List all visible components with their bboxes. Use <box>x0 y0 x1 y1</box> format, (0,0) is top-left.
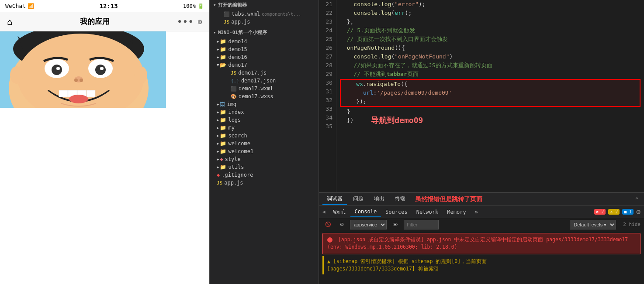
sub-tab-network[interactable]: Network <box>412 207 443 217</box>
opened-editors-label[interactable]: ▾ 打开的编辑器 <box>210 0 319 10</box>
battery-icon: 🔋 <box>197 3 204 9</box>
open-file-name-1: tabs.wxml <box>232 11 260 17</box>
opened-files-list: ⬛ tabs.wxml components\t... JS app.js <box>210 10 319 26</box>
arrow-right-icon-7: ▶ <box>217 126 219 130</box>
sub-tab-more[interactable]: » <box>471 207 482 217</box>
folder-icon-logs: 📁 <box>220 117 226 123</box>
line-num-33: 33 <box>322 105 332 113</box>
gitignore-icon: ◆ <box>217 172 220 178</box>
folder-icon-search: 📁 <box>220 133 226 139</box>
sub-tab-wxml[interactable]: Wxml <box>329 207 350 217</box>
folder-name-index: index <box>228 109 244 115</box>
line-num-22: 22 <box>322 9 332 17</box>
svg-rect-22 <box>87 90 95 97</box>
debug-tab-issues[interactable]: 问题 <box>349 193 368 205</box>
open-file-tabs-wxml[interactable]: ⬛ tabs.wxml components\t... <box>210 10 319 18</box>
file-app-js[interactable]: JS app.js <box>210 179 319 187</box>
file-demo17-json[interactable]: {.} demo17.json <box>210 77 319 85</box>
open-file-app-js[interactable]: JS app.js <box>210 18 319 26</box>
folder-demo17[interactable]: ▼ 📂 demo17 <box>210 61 319 69</box>
arrow-right-icon: ▶ <box>217 39 219 44</box>
debug-tab-output[interactable]: 输出 <box>370 193 389 205</box>
record-icon[interactable]: ⊙ <box>197 17 202 26</box>
code-area: 21 22 23 24 25 26 27 28 29 30 31 32 33 3… <box>319 0 644 192</box>
folder-img[interactable]: ▶ 🖼 img <box>210 100 319 108</box>
service-selector[interactable]: appservice <box>350 220 387 229</box>
debug-collapse-icon[interactable]: ⌃ <box>634 194 641 205</box>
line-num-31: 31 <box>322 87 332 96</box>
gear-icon[interactable]: ⚙ <box>636 208 641 216</box>
debug-tab-terminal[interactable]: 终端 <box>391 193 410 205</box>
folder-name-logs: logs <box>228 117 241 123</box>
json-icon-demo17: {.} <box>231 78 239 84</box>
levels-selector[interactable]: Default levels ▾ <box>570 220 616 229</box>
folder-demo15[interactable]: ▶ 📁 demo15 <box>210 45 319 53</box>
img-folder-icon: 🖼 <box>220 101 225 107</box>
file-gitignore[interactable]: ◆ .gitignore <box>210 171 319 179</box>
folder-my[interactable]: ▶ 📁 my <box>210 124 319 132</box>
arrow-right-icon-4: ▶ <box>217 102 219 106</box>
open-file-name-2: app.js <box>231 19 250 25</box>
appjs-icon: JS <box>217 180 222 186</box>
arrow-right-icon-2: ▶ <box>217 47 219 51</box>
folder-name-my: my <box>228 125 234 131</box>
console-back-btn[interactable]: ◀ <box>319 208 329 216</box>
debug-tab-debugger[interactable]: 调试器 <box>322 193 347 205</box>
code-line-35 <box>340 125 641 133</box>
folder-style[interactable]: ▶ ◆ style <box>210 155 319 163</box>
sub-tab-console[interactable]: Console <box>350 207 381 217</box>
line-num-30: 30 <box>322 79 332 87</box>
file-demo17-wxml[interactable]: ⬛ demo17.wxml <box>210 85 319 92</box>
project-label[interactable]: ▾ MINI-01第一个小程序 <box>210 27 319 38</box>
folder-name-utils: utils <box>228 164 244 170</box>
open-file-path-1: components\t... <box>262 12 301 17</box>
line-num-25: 25 <box>322 35 332 44</box>
sub-tab-memory[interactable]: Memory <box>443 207 470 217</box>
home-icon[interactable]: ⌂ <box>7 17 12 27</box>
more-dots[interactable]: ••• <box>177 17 194 26</box>
svg-point-24 <box>10 66 23 84</box>
code-line-27: console.log("onPageNotFound") <box>340 52 641 61</box>
clear-console-btn[interactable]: 🚫 <box>322 221 334 228</box>
folder-icon-welcome1: 📁 <box>220 148 226 154</box>
editor-panel: 21 22 23 24 25 26 27 28 29 30 31 32 33 3… <box>319 0 644 284</box>
folder-name-welcome1: welcome1 <box>228 148 253 154</box>
folder-welcome1[interactable]: ▶ 📁 welcome1 <box>210 147 319 155</box>
line-num-27: 27 <box>322 52 332 61</box>
file-demo17-wxss[interactable]: 🎨 demo17.wxss <box>210 92 319 100</box>
folder-demo16[interactable]: ▶ 📁 demo16 <box>210 53 319 61</box>
opened-editors-title: 打开的编辑器 <box>218 2 247 8</box>
code-line-28: //如果页面不存在了，就通过JS的方式来重新跳转页面 <box>340 61 641 70</box>
folder-logs[interactable]: ▶ 📁 logs <box>210 116 319 124</box>
code-line-34: }) 导航到demo09 <box>340 116 641 125</box>
file-explorer: ▾ 打开的编辑器 ⬛ tabs.wxml components\t... JS … <box>210 0 319 284</box>
pause-btn[interactable]: ⊘ <box>337 221 346 228</box>
warning-message-1: ▲ [sitemap 索引情况提示] 根据 sitemap 的规则[0]，当前页… <box>322 256 641 275</box>
cartoon-image <box>0 31 166 108</box>
svg-point-15 <box>100 67 104 70</box>
debug-tabs: 调试器 问题 输出 终端 虽然报错但是跳转了页面 ⌃ <box>319 193 644 206</box>
warning-text-1: ▲ [sitemap 索引情况提示] 根据 sitemap 的规则[0]，当前页… <box>327 258 487 264</box>
file-demo17-js[interactable]: JS demo17.js <box>210 69 319 77</box>
folder-utils[interactable]: ▶ 📁 utils <box>210 163 319 171</box>
code-line-23: }, <box>340 17 641 26</box>
eye-btn[interactable]: 👁 <box>390 221 400 228</box>
folder-demo14[interactable]: ▶ 📁 demo14 <box>210 38 319 45</box>
error-dot-icon <box>327 237 332 243</box>
folder-name-demo17: demo17 <box>228 62 247 68</box>
folder-search[interactable]: ▶ 📁 search <box>210 132 319 140</box>
sub-tab-sources[interactable]: Sources <box>381 207 412 217</box>
wxml-icon-demo17: ⬛ <box>231 86 237 92</box>
arrow-right-icon-3: ▶ <box>217 55 219 59</box>
annotation-nav: 导航到demo09 <box>371 116 423 125</box>
folder-name-img: img <box>227 101 236 107</box>
code-line-32: }); <box>343 97 638 106</box>
phone-nav-right: ••• ⊙ <box>177 17 202 26</box>
folder-welcome[interactable]: ▶ 📁 welcome <box>210 140 319 147</box>
line-num-21: 21 <box>322 0 332 9</box>
badge-area: ✖ 2 ⚠ 2 ■ 1 ⚙ <box>594 208 644 216</box>
line-num-23: 23 <box>322 17 332 26</box>
filter-input[interactable] <box>404 220 439 229</box>
folder-index[interactable]: ▶ 📁 index <box>210 108 319 116</box>
warning-badge: ⚠ 2 <box>608 209 620 215</box>
